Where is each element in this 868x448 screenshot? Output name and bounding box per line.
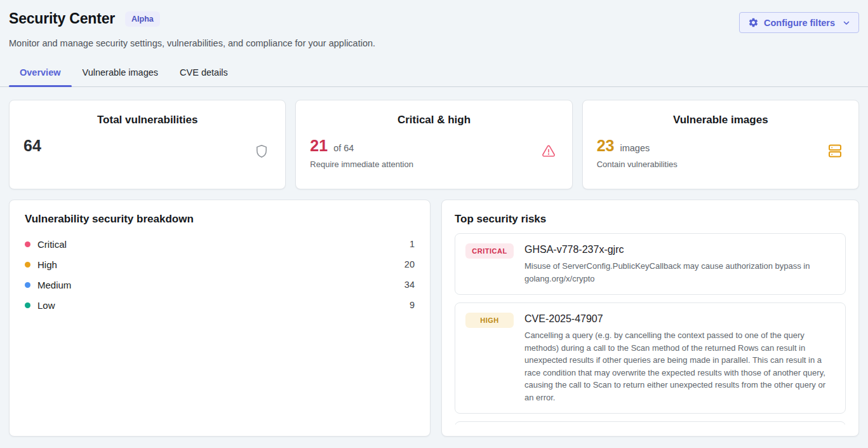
high-dot (25, 262, 30, 268)
risk-content: CVE-2025-47907 Cancelling a query (e.g. … (524, 313, 835, 404)
stat-card-body: 64 (23, 136, 271, 155)
title-row: Security Center Alpha (9, 10, 375, 27)
legend-label: High (37, 259, 57, 270)
page-title: Security Center (9, 10, 115, 27)
risk-list: CRITICAL GHSA-v778-237x-gjrc Misuse of S… (455, 233, 846, 424)
vulnerable-images-suffix: images (620, 143, 650, 153)
security-center-page: Security Center Alpha Monitor and manage… (0, 0, 868, 437)
legend-value: 9 (410, 300, 415, 310)
shield-icon (254, 144, 269, 161)
critical-dot (25, 241, 30, 247)
server-icon (827, 144, 843, 161)
risk-description: Misuse of ServerConfig.PublicKeyCallback… (524, 260, 835, 285)
stat-cards-row: Total vulnerabilities 64 Critical & high… (9, 100, 859, 189)
severity-badge-critical: CRITICAL (465, 243, 514, 259)
tab-cve-details[interactable]: CVE details (169, 62, 239, 86)
legend-row-medium: Medium 34 (25, 275, 415, 295)
critical-high-suffix: of 64 (333, 143, 354, 153)
critical-high-subtitle: Require immediate attention (310, 160, 558, 169)
legend-value: 34 (404, 280, 415, 290)
severity-badge-high: HIGH (465, 313, 514, 328)
legend-row-low: Low 9 (25, 295, 415, 315)
low-dot (25, 302, 30, 308)
legend-value: 20 (404, 259, 415, 269)
configure-filters-button[interactable]: Configure filters (739, 12, 859, 33)
medium-dot (25, 282, 30, 288)
page-header: Security Center Alpha Monitor and manage… (9, 10, 859, 48)
total-vulnerabilities-card: Total vulnerabilities 64 (9, 100, 286, 189)
critical-high-value: 21 (310, 136, 328, 155)
breakdown-title: Vulnerability security breakdown (25, 213, 415, 226)
stat-card-body: 21 of 64 (310, 136, 558, 155)
configure-filters-label: Configure filters (764, 18, 835, 28)
vulnerability-breakdown-card: Vulnerability security breakdown Critica… (9, 200, 431, 437)
tab-vulnerable-images[interactable]: Vulnerable images (72, 62, 170, 86)
top-security-risks-card: Top security risks CRITICAL GHSA-v778-23… (441, 200, 859, 437)
legend-label: Medium (37, 280, 71, 290)
page-subtitle: Monitor and manage security settings, vu… (9, 38, 375, 48)
legend-label: Low (37, 300, 55, 311)
gear-icon (748, 17, 759, 28)
stat-card-title: Critical & high (310, 114, 558, 126)
risk-item-ghsa-v778-237x-gjrc[interactable]: CRITICAL GHSA-v778-237x-gjrc Misuse of S… (455, 233, 846, 295)
stat-card-body: 23 images (597, 136, 845, 155)
vulnerable-images-card: Vulnerable images 23 images Contain vuln… (582, 100, 859, 189)
risk-id: GHSA-v778-237x-gjrc (524, 243, 835, 256)
warning-icon (541, 144, 556, 161)
legend-value: 1 (410, 239, 415, 249)
risk-content: GHSA-v778-237x-gjrc Misuse of ServerConf… (524, 243, 835, 285)
critical-high-card: Critical & high 21 of 64 Require immedia… (295, 100, 572, 189)
chevron-down-icon (843, 19, 850, 27)
header-left: Security Center Alpha Monitor and manage… (9, 10, 375, 48)
breakdown-legend: Critical 1 High 20 Medium 34 Low 9 (25, 234, 415, 315)
alpha-badge: Alpha (125, 11, 160, 27)
tab-bar: Overview Vulnerable images CVE details (0, 62, 868, 87)
legend-label: Critical (37, 239, 67, 250)
top-risks-title: Top security risks (455, 213, 846, 226)
tab-overview[interactable]: Overview (9, 62, 72, 86)
stat-card-title: Vulnerable images (597, 114, 845, 126)
risk-description: Cancelling a query (e.g. by cancelling t… (524, 329, 835, 404)
total-vulnerabilities-value: 64 (23, 136, 41, 155)
legend-row-high: High 20 (25, 254, 415, 275)
legend-row-critical: Critical 1 (25, 234, 415, 254)
lower-panels-row: Vulnerability security breakdown Critica… (9, 200, 859, 437)
risk-item-cve-2025-9086[interactable]: HIGH CVE-2025-9086 (455, 421, 846, 424)
vulnerable-images-value: 23 (597, 136, 615, 155)
risk-item-cve-2025-47907[interactable]: HIGH CVE-2025-47907 Cancelling a query (… (455, 302, 846, 414)
risk-id: CVE-2025-47907 (524, 313, 835, 325)
vulnerable-images-subtitle: Contain vulnerabilities (597, 160, 845, 169)
stat-card-title: Total vulnerabilities (23, 114, 271, 126)
